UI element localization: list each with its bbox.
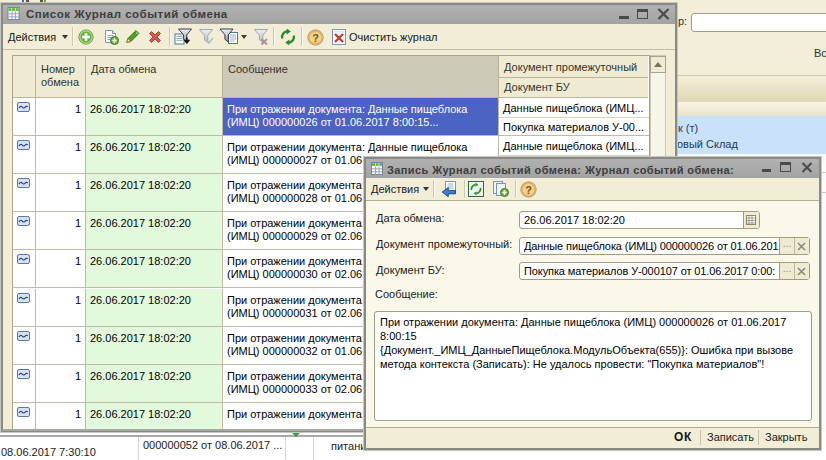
svg-text:?: ? [312,32,319,44]
svg-text:?: ? [525,184,532,196]
